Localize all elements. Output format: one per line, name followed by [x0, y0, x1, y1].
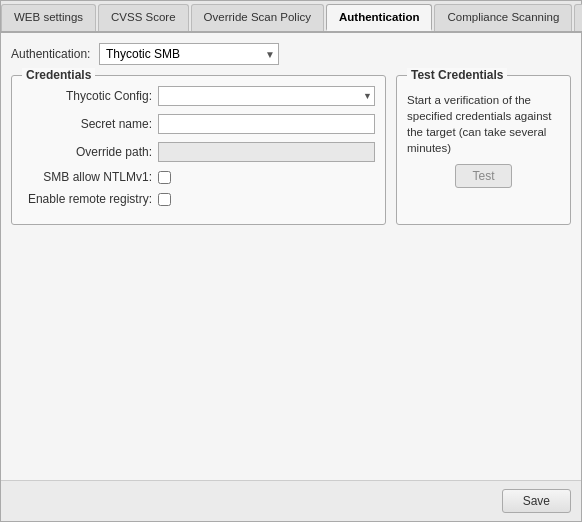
credentials-checkbox-4[interactable]: [158, 193, 171, 206]
credentials-field-label-1: Secret name:: [22, 117, 152, 131]
test-button[interactable]: Test: [455, 164, 511, 188]
credentials-field-label-3: SMB allow NTLMv1:: [22, 170, 152, 184]
content-area: Authentication: Thycotic SMBLocal Accoun…: [1, 33, 581, 480]
tab-override-scan-policy[interactable]: Override Scan Policy: [191, 4, 324, 31]
credentials-select-wrapper-0: ▼: [158, 86, 375, 106]
credentials-field-row-3: SMB allow NTLMv1:: [22, 170, 375, 184]
credentials-select-0[interactable]: [158, 86, 375, 106]
credentials-fields: Thycotic Config:▼Secret name:Override pa…: [22, 86, 375, 206]
tab-compliance-scanning[interactable]: Compliance Scanning: [434, 4, 572, 31]
test-credentials-legend: Test Credentials: [407, 68, 507, 82]
credentials-field-label-4: Enable remote registry:: [22, 192, 152, 206]
credentials-field-row-0: Thycotic Config:▼: [22, 86, 375, 106]
panels-row: Credentials Thycotic Config:▼Secret name…: [11, 75, 571, 225]
credentials-legend: Credentials: [22, 68, 95, 82]
credentials-field-label-2: Override path:: [22, 145, 152, 159]
auth-row: Authentication: Thycotic SMBLocal Accoun…: [11, 43, 571, 65]
save-button[interactable]: Save: [502, 489, 571, 513]
credentials-field-row-4: Enable remote registry:: [22, 192, 375, 206]
test-description: Start a verification of the specified cr…: [407, 92, 560, 156]
credentials-input-2: [158, 142, 375, 162]
tab-databases[interactable]: Databases: [574, 4, 582, 31]
credentials-input-1[interactable]: [158, 114, 375, 134]
tab-authentication[interactable]: Authentication: [326, 4, 433, 31]
tab-bar: WEB settingsCVSS ScoreOverride Scan Poli…: [1, 1, 581, 33]
tab-cvss-score[interactable]: CVSS Score: [98, 4, 189, 31]
auth-label: Authentication:: [11, 47, 91, 61]
credentials-field-row-2: Override path:: [22, 142, 375, 162]
credentials-checkbox-3[interactable]: [158, 171, 171, 184]
auth-select[interactable]: Thycotic SMBLocal AccountWindows Account…: [99, 43, 279, 65]
credentials-field-label-0: Thycotic Config:: [22, 89, 152, 103]
tab-web-settings[interactable]: WEB settings: [1, 4, 96, 31]
credentials-field-row-1: Secret name:: [22, 114, 375, 134]
footer: Save: [1, 480, 581, 521]
credentials-panel: Credentials Thycotic Config:▼Secret name…: [11, 75, 386, 225]
auth-select-wrapper: Thycotic SMBLocal AccountWindows Account…: [99, 43, 279, 65]
test-credentials-panel: Test Credentials Start a verification of…: [396, 75, 571, 225]
main-container: WEB settingsCVSS ScoreOverride Scan Poli…: [0, 0, 582, 522]
